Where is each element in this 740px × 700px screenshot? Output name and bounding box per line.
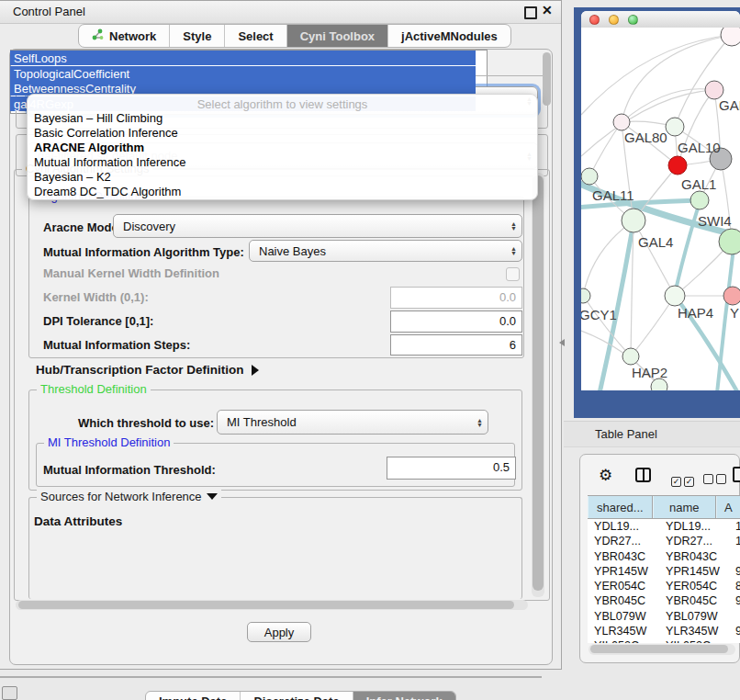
cell: YLR345W: [659, 624, 729, 638]
manual-kernel-label: Manual Kernel Width Definition: [43, 266, 219, 280]
network-canvas[interactable]: GAL GAL80 GAL10 GAL1 GAL11 SWI4 GAL4 GCY…: [581, 28, 740, 390]
tab-label: jActiveMNodules: [401, 29, 498, 43]
settings-hscrollbar-thumb[interactable]: [18, 601, 514, 609]
node-label: GAL11: [592, 187, 634, 203]
new-table-icon[interactable]: [733, 467, 740, 482]
table-panel-bar: Table Panel: [564, 421, 740, 447]
minimize-traffic-light-icon[interactable]: [609, 15, 619, 25]
list-item[interactable]: SelfLoops: [10, 51, 476, 65]
table-row[interactable]: YPR145WYPR145W9.: [588, 564, 740, 579]
which-threshold-value: MI Threshold: [227, 415, 297, 429]
cell: YBR043C: [659, 549, 729, 564]
tab-network[interactable]: Network: [79, 25, 169, 47]
gear-icon[interactable]: ⚙: [599, 466, 612, 485]
minimized-panel-button[interactable]: [2, 686, 17, 700]
mi-threshold-legend: MI Threshold Definition: [44, 435, 174, 449]
table-row[interactable]: YBL079WYBL079W: [588, 609, 740, 624]
sources-group: Sources for Network Inference: [28, 497, 522, 599]
data-attributes-label: Data Attributes: [34, 514, 122, 528]
node-label: GAL4: [638, 234, 673, 250]
table-hscrollbar-thumb[interactable]: [590, 645, 728, 653]
table-body[interactable]: YDL19...YDL19...13 YDR27...YDR27...12 YB…: [588, 519, 740, 643]
deselect-all-checkboxes-icon[interactable]: [703, 471, 729, 488]
float-window-icon[interactable]: [524, 6, 537, 19]
cell: YBR045C: [659, 593, 729, 608]
node-gal1-red[interactable]: [668, 156, 687, 175]
node-gal80[interactable]: [613, 114, 630, 130]
table-row[interactable]: YER054CYER054C8.: [588, 579, 740, 593]
node-hap2[interactable]: [622, 348, 639, 365]
node[interactable]: [721, 28, 740, 46]
control-panel-title: Control Panel: [13, 5, 85, 18]
tab-style[interactable]: Style: [169, 25, 224, 47]
table-row[interactable]: YBR045CYBR045C9.: [588, 593, 740, 608]
node-gal2[interactable]: [705, 81, 723, 99]
popup-item-selected[interactable]: ARACNE Algorithm: [34, 141, 144, 155]
mi-type-combo[interactable]: Naive Bayes ▲▼: [249, 240, 522, 262]
cell: YPR145W: [659, 564, 729, 579]
node-swi4[interactable]: [690, 191, 709, 209]
tab-select[interactable]: Select: [224, 25, 286, 47]
which-threshold-combo[interactable]: MI Threshold ▲▼: [217, 410, 488, 435]
cell: YDR27...: [588, 534, 659, 548]
table-row[interactable]: YIL052CYIL052C: [588, 638, 740, 643]
network-view-frame: GAL GAL80 GAL10 GAL1 GAL11 SWI4 GAL4 GCY…: [574, 7, 740, 418]
node-gal4[interactable]: [622, 209, 645, 232]
tab-impute-data[interactable]: Impute Data: [146, 692, 240, 700]
popup-item[interactable]: Basic Correlation Inference: [34, 126, 178, 141]
cell: YIL052C: [588, 638, 659, 643]
mi-threshold-label: Mutual Information Threshold:: [43, 463, 216, 477]
cell: 9.: [729, 624, 740, 638]
network-window-titlebar[interactable]: [581, 11, 740, 28]
node-label: GAL1: [681, 176, 716, 192]
column-header-name[interactable]: name: [653, 496, 716, 518]
popup-item[interactable]: Mutual Information Inference: [34, 155, 185, 170]
cell: 8.: [729, 579, 740, 593]
table-row[interactable]: YDL19...YDL19...13: [588, 519, 740, 534]
table-row[interactable]: YBR043CYBR043C: [588, 549, 740, 564]
popup-item[interactable]: Bayesian – K2: [34, 170, 111, 185]
splitpane-collapse-arrow-icon[interactable]: [559, 339, 565, 346]
tab-discretize-data[interactable]: Discretize Data: [240, 692, 352, 700]
node-gal10[interactable]: [666, 118, 684, 136]
node-gcy1[interactable]: [581, 288, 590, 303]
tab-cyni-toolbox[interactable]: Cyni Toolbox: [286, 25, 387, 47]
node-hap4[interactable]: [665, 286, 685, 306]
cell: YIL052C: [659, 638, 729, 643]
zoom-traffic-light-icon[interactable]: [628, 15, 638, 25]
columns-icon[interactable]: [635, 468, 651, 482]
tab-infer-network[interactable]: Infer Network: [353, 692, 455, 700]
cell: 9.: [729, 593, 740, 608]
sources-legend[interactable]: Sources for Network Inference: [37, 490, 221, 503]
popup-item[interactable]: Bayesian – Hill Climbing: [34, 111, 163, 126]
tab-jactivemnodules[interactable]: jActiveMNodules: [387, 25, 510, 47]
mi-type-label: Mutual Information Algorithm Type:: [43, 245, 244, 259]
apply-button[interactable]: Apply: [247, 622, 311, 642]
column-header-shared[interactable]: shared...: [588, 496, 653, 518]
aracne-mode-combo[interactable]: Discovery ▲▼: [113, 214, 522, 238]
hub-definition-toggle[interactable]: Hub/Transcription Factor Definition: [36, 363, 259, 377]
node-salmon[interactable]: [723, 287, 740, 305]
list-item[interactable]: TopologicalCoefficient: [10, 66, 476, 81]
manual-kernel-checkbox[interactable]: [506, 267, 520, 281]
table-row[interactable]: YLR345WYLR345W9.: [588, 624, 740, 638]
table-row[interactable]: YDR27...YDR27...12: [588, 534, 740, 548]
mi-steps-field[interactable]: 6: [390, 334, 522, 356]
close-icon[interactable]: ✕: [542, 3, 553, 17]
close-traffic-light-icon[interactable]: [589, 15, 600, 25]
settings-vscrollbar-thumb[interactable]: [533, 175, 544, 591]
popup-prompt: Select algorithm to view settings: [28, 97, 537, 111]
kernel-width-field[interactable]: 0.0: [390, 287, 522, 309]
column-header-cut[interactable]: A: [716, 496, 740, 518]
dpi-tolerance-field[interactable]: 0.0: [390, 310, 522, 333]
popup-item[interactable]: Dream8 DC_TDC Algorithm: [34, 185, 181, 199]
cell: [729, 609, 740, 624]
mi-threshold-field[interactable]: 0.5: [387, 457, 516, 480]
cell: 9.: [729, 564, 740, 579]
node-gal11[interactable]: [581, 168, 598, 185]
bottom-tabbar: Impute Data Discretize Data Infer Networ…: [145, 691, 456, 700]
tab-label: Infer Network: [366, 694, 443, 700]
select-all-checkboxes-icon[interactable]: ✓✓: [671, 471, 697, 488]
node-green-large[interactable]: [719, 229, 740, 254]
hub-definition-label: Hub/Transcription Factor Definition: [36, 363, 244, 377]
